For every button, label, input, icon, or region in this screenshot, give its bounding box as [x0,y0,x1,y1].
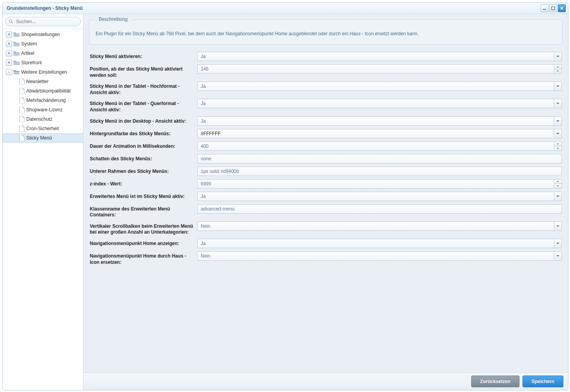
combo-box[interactable]: Ja [197,82,562,91]
tree-node-artikel[interactable]: + Artikel [3,49,83,58]
search-wrap [3,15,83,29]
chevron-down-icon [556,56,559,57]
folder-icon [13,60,20,65]
window-title: Grundeinstellungen - Sticky Menü [7,5,540,11]
expand-icon[interactable]: + [6,31,12,38]
text-field[interactable]: none [197,154,562,163]
combo-box[interactable]: Nein [197,251,562,261]
tree-child-newsletter[interactable]: Newsletter [3,77,83,86]
tree-node-storefront[interactable]: + Storefront [3,58,83,67]
spinner-up[interactable] [554,65,561,69]
dropdown-trigger[interactable] [554,252,561,260]
page-icon [19,88,25,94]
combo-box[interactable]: Ja [197,192,562,201]
collapse-icon[interactable]: - [6,69,12,75]
footer: Zurücksetzen Speichern [84,372,568,390]
spinner-down[interactable] [554,69,561,74]
form-label: Sticky Menü in der Desktop - Ansicht akt… [90,116,197,125]
tree-label: Abwärtskompatibilität [26,88,71,94]
color-field[interactable]: #FFFFFF [197,129,562,138]
tree-node-shopeinstellungen[interactable]: + Shopeinstellungen [3,30,83,39]
expand-icon[interactable]: + [6,50,12,56]
folder-open-icon [13,69,20,75]
tree-child-compat[interactable]: Abwärtskompatibilität [3,86,83,96]
spinner-triggers [554,65,561,73]
form-row: Vertikaler Scrollbalken beim Erweiterten… [90,221,562,236]
tree-child-privacy[interactable]: Datenschutz [3,114,83,124]
tree-label: Artikel [21,51,34,56]
chevron-down-icon [556,85,559,87]
combo-value: Ja [198,118,554,124]
number-spinner[interactable]: 400 [197,142,562,151]
form-label: Erweitertes Menü ist im Sticky Menü akti… [90,192,197,200]
form-label: Unterer Rahmen des Sticky Menüs: [90,167,197,175]
expand-icon[interactable]: + [6,41,12,47]
reset-button[interactable]: Zurücksetzen [471,376,519,387]
search-field[interactable] [5,17,81,26]
text-field[interactable]: advanced-menu [197,204,562,214]
number-spinner[interactable]: 6999 [197,179,562,189]
dropdown-trigger[interactable] [554,129,561,138]
form-label: z-index - Wert: [90,179,197,187]
expand-icon[interactable]: + [6,60,12,66]
tree-child-multi[interactable]: Mehrfachänderung [3,96,83,105]
combo-value: Ja [198,241,554,246]
tree-label: System [21,41,37,47]
form-label: Klassenname des Erweiterten Menü Contain… [90,204,197,218]
form-field: 400 [197,142,562,151]
combo-box[interactable]: Nein [197,221,562,231]
dropdown-trigger[interactable] [554,52,561,61]
spinner-up[interactable] [554,142,561,147]
combo-value: Ja [198,83,554,89]
form-row: Dauer der Animation in Millisekunden:400 [90,142,562,151]
form-label: Dauer der Animation in Millisekunden: [90,142,197,150]
tree-node-system[interactable]: + System [3,39,83,49]
spinner-down[interactable] [554,146,561,151]
form-row: z-index - Wert:6999 [90,179,562,189]
tree-node-weitere[interactable]: - Weitere Einstellungen [3,67,83,77]
text-field[interactable]: 1px solid #d9400b [197,167,562,176]
combo-box[interactable]: Ja [197,239,562,248]
dropdown-trigger[interactable] [554,192,561,201]
spinner-down[interactable] [554,184,561,188]
folder-icon [13,32,20,37]
form-row: Hintergrundfarbe des Sticky Menüs:#FFFFF… [90,129,562,138]
tree-child-cron[interactable]: Cron-Sicherheit [3,124,83,133]
svg-point-2 [9,20,12,23]
close-button[interactable] [558,4,566,12]
number-spinner[interactable]: 145 [197,64,562,74]
combo-box[interactable]: Ja [197,99,562,108]
color-value: #FFFFFF [198,131,554,136]
combo-box[interactable]: Ja [197,116,562,126]
spinner-up[interactable] [554,180,561,184]
dropdown-trigger[interactable] [554,117,561,125]
description-fieldset: Beschreibung Ein Plugin für ein Sticky M… [89,20,563,45]
dropdown-trigger[interactable] [554,99,561,108]
content: Beschreibung Ein Plugin für ein Sticky M… [84,14,568,390]
text-value: 1px solid #d9400b [198,169,561,174]
dropdown-trigger[interactable] [554,222,561,230]
sidebar: + Shopeinstellungen + System + Artikel + [3,14,84,390]
tree-child-sticky[interactable]: Sticky Menü [3,133,83,143]
form-field: #FFFFFF [197,129,562,138]
form-label: Sticky Menü in der Tablet - Querformat -… [90,99,197,113]
combo-value: Ja [198,54,554,59]
combo-value: Nein [198,253,554,259]
titlebar: Grundeinstellungen - Sticky Menü [3,3,568,14]
form-field: Ja [197,82,562,91]
form-area: Sticky Menü aktivieren:JaPosition, ab de… [89,52,563,276]
chevron-down-icon [557,148,559,149]
dropdown-trigger[interactable] [554,82,561,91]
search-input[interactable] [15,18,77,25]
minimize-button[interactable] [541,4,548,12]
save-button[interactable]: Speichern [523,376,563,387]
spinner-value: 400 [198,143,554,149]
maximize-button[interactable] [549,4,557,12]
tree-child-license[interactable]: Shopware-Lizenz [3,105,83,114]
combo-box[interactable]: Ja [197,52,562,61]
combo-value: Ja [198,194,554,199]
svg-line-3 [12,22,13,24]
form-field: 6999 [197,179,562,189]
form-field: advanced-menu [197,204,562,214]
dropdown-trigger[interactable] [554,239,561,248]
